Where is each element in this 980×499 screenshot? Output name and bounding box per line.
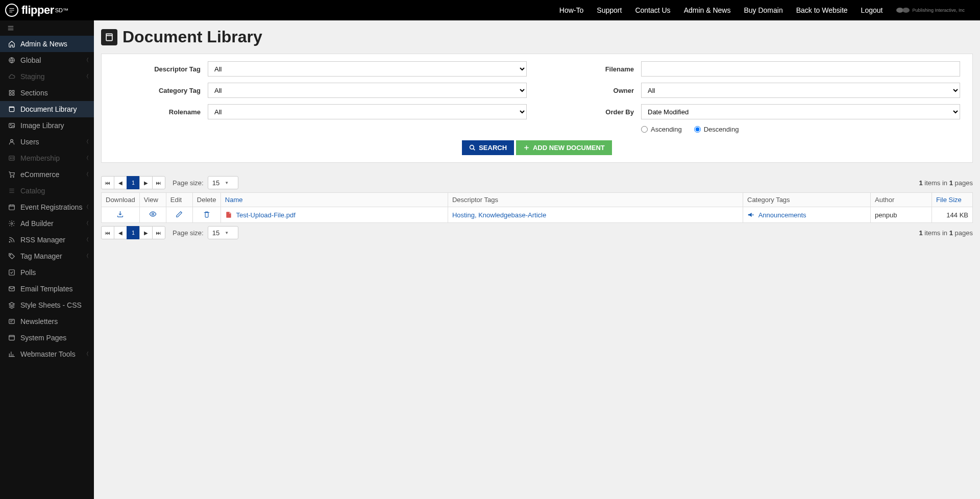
sidebar-item-label: Admin & News xyxy=(20,40,67,48)
pager-first[interactable]: ⏮ xyxy=(101,176,114,189)
col-edit: Edit xyxy=(166,193,192,207)
pager-next-b[interactable]: ▶ xyxy=(139,226,153,239)
home-icon xyxy=(7,40,16,47)
rolename-select[interactable]: All xyxy=(208,104,527,119)
sidebar-item-webmaster-tools[interactable]: Webmaster Tools〈 xyxy=(0,346,94,362)
sidebar-item-ecommerce[interactable]: eCommerce〈 xyxy=(0,166,94,183)
sidebar-toggle[interactable] xyxy=(0,20,94,36)
sidebar-item-system-pages[interactable]: System Pages xyxy=(0,330,94,346)
topnav-admin-news[interactable]: Admin & News xyxy=(684,6,731,14)
topnav-buy-domain[interactable]: Buy Domain xyxy=(744,6,782,14)
pager-page-1[interactable]: 1 xyxy=(127,176,140,189)
sidebar: Admin & NewsGlobal〈Staging〈SectionsDocum… xyxy=(0,20,94,499)
pager-last[interactable]: ⏭ xyxy=(152,176,165,189)
topnav-back-to-website[interactable]: Back to Website xyxy=(796,6,848,14)
sidebar-item-users[interactable]: Users〈 xyxy=(0,134,94,150)
pager-last-b[interactable]: ⏭ xyxy=(152,226,165,239)
topnav-howto[interactable]: How-To xyxy=(559,6,583,14)
col-name[interactable]: Name xyxy=(220,193,448,207)
sidebar-item-email-templates[interactable]: Email Templates xyxy=(0,281,94,297)
category-tag-select[interactable]: All xyxy=(208,83,527,98)
descending-radio[interactable]: Descending xyxy=(694,126,739,133)
layers-icon xyxy=(7,302,16,309)
add-document-button[interactable]: ADD NEW DOCUMENT xyxy=(516,140,612,155)
svg-point-1 xyxy=(902,8,910,13)
download-action[interactable] xyxy=(102,207,140,223)
svg-point-18 xyxy=(470,145,474,149)
gears-icon xyxy=(7,220,16,227)
ascending-label: Ascending xyxy=(651,126,682,133)
sidebar-item-newsletters[interactable]: Newsletters xyxy=(0,313,94,330)
chevron-left-icon: 〈 xyxy=(84,236,89,243)
sidebar-item-rss-manager[interactable]: RSS Manager〈 xyxy=(0,232,94,248)
svg-point-13 xyxy=(10,255,11,256)
delete-action[interactable] xyxy=(192,207,220,223)
brand-name: flipper xyxy=(21,4,54,17)
pagesize-select-b[interactable]: 15 xyxy=(208,226,238,239)
brand-logo[interactable]: flipper SD™ xyxy=(5,4,68,17)
svg-point-4 xyxy=(10,124,11,126)
pagesize-select[interactable]: 15 xyxy=(208,176,238,189)
file-link[interactable]: Test-Upload-File.pdf xyxy=(236,211,295,219)
edit-action[interactable] xyxy=(166,207,192,223)
puzzle-icon xyxy=(7,89,16,96)
pager-first-b[interactable]: ⏮ xyxy=(101,226,114,239)
sidebar-item-sections[interactable]: Sections xyxy=(0,85,94,101)
topnav-support[interactable]: Support xyxy=(597,6,622,14)
sidebar-item-image-library[interactable]: Image Library xyxy=(0,117,94,134)
megaphone-icon xyxy=(747,211,756,219)
col-filesize[interactable]: File Size xyxy=(932,193,973,207)
pager-prev-b[interactable]: ◀ xyxy=(114,226,127,239)
sidebar-item-label: Users xyxy=(20,138,39,146)
sidebar-item-label: System Pages xyxy=(20,334,66,342)
documents-table: Download View Edit Delete Name Descripto… xyxy=(101,192,973,223)
cell-descriptor[interactable]: Hosting, Knowledgebase-Article xyxy=(448,207,743,223)
svg-rect-14 xyxy=(9,270,15,276)
ascending-radio[interactable]: Ascending xyxy=(641,126,682,133)
descriptor-tag-select[interactable]: All xyxy=(208,61,527,77)
category-link[interactable]: Announcements xyxy=(758,211,806,219)
pager-summary-b: 1 items in 1 pages xyxy=(919,229,973,237)
rolename-label: Rolename xyxy=(114,108,201,116)
news-icon xyxy=(7,318,16,325)
svg-point-0 xyxy=(896,8,903,13)
topnav-logout[interactable]: Logout xyxy=(861,6,883,14)
sidebar-item-membership[interactable]: Membership〈 xyxy=(0,150,94,166)
book-icon xyxy=(7,106,16,113)
cell-author: penpub xyxy=(871,207,932,223)
svg-rect-17 xyxy=(9,335,15,340)
calendar-icon xyxy=(7,204,16,211)
sidebar-item-ad-builder[interactable]: Ad Builder〈 xyxy=(0,215,94,232)
sidebar-item-staging[interactable]: Staging〈 xyxy=(0,68,94,85)
sidebar-item-admin-news[interactable]: Admin & News xyxy=(0,36,94,52)
sidebar-item-event-registrations[interactable]: Event Registrations〈 xyxy=(0,199,94,215)
owner-select[interactable]: All xyxy=(641,83,960,98)
sidebar-item-polls[interactable]: Polls xyxy=(0,264,94,281)
cell-name: Test-Upload-File.pdf xyxy=(220,207,448,223)
corp-logo: Publishing Interactive, Inc xyxy=(896,7,965,14)
sidebar-item-label: Image Library xyxy=(20,121,64,130)
sidebar-item-document-library[interactable]: Document Library xyxy=(0,101,94,117)
sidebar-item-style-sheets-css[interactable]: Style Sheets - CSS xyxy=(0,297,94,313)
mail-icon xyxy=(7,285,16,292)
sidebar-item-tag-manager[interactable]: Tag Manager〈 xyxy=(0,248,94,264)
search-button[interactable]: SEARCH xyxy=(462,140,514,155)
pager-next[interactable]: ▶ xyxy=(139,176,153,189)
pager-prev[interactable]: ◀ xyxy=(114,176,127,189)
sidebar-item-catalog[interactable]: Catalog xyxy=(0,183,94,199)
chevron-left-icon: 〈 xyxy=(84,73,89,80)
view-action[interactable] xyxy=(139,207,166,223)
sidebar-item-label: eCommerce xyxy=(20,170,59,179)
sidebar-item-label: RSS Manager xyxy=(20,236,65,244)
sidebar-item-global[interactable]: Global〈 xyxy=(0,52,94,68)
chevron-left-icon: 〈 xyxy=(84,155,89,162)
pager-page-1-b[interactable]: 1 xyxy=(127,226,140,239)
user-icon xyxy=(7,138,16,145)
topnav-contact[interactable]: Contact Us xyxy=(635,6,670,14)
filename-input[interactable] xyxy=(641,61,960,77)
window-icon xyxy=(7,334,16,341)
pdf-icon xyxy=(225,211,234,219)
orderby-select[interactable]: Date Modified xyxy=(641,104,960,119)
chevron-left-icon: 〈 xyxy=(84,351,89,358)
filename-label: Filename xyxy=(547,65,634,73)
